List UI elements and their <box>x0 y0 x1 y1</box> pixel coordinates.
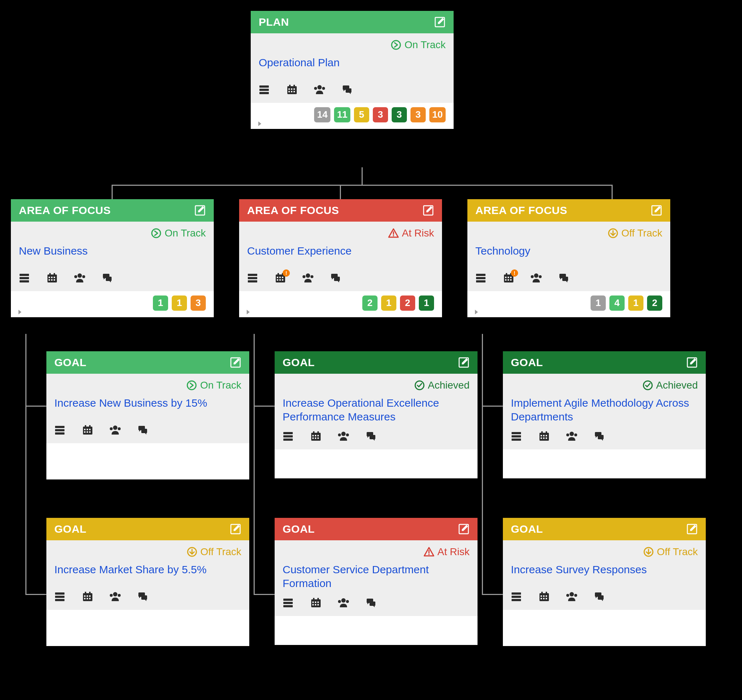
server-icon[interactable] <box>283 431 294 442</box>
goal-card: GOAL Off Track Increase Market Share by … <box>46 518 249 646</box>
card-title-link[interactable]: Customer Service Department Formation <box>283 563 470 590</box>
server-icon[interactable] <box>19 272 31 284</box>
count-badge[interactable]: 11 <box>334 107 350 122</box>
connector-line <box>482 334 483 595</box>
count-badge[interactable]: 1 <box>419 296 434 311</box>
icon-row <box>19 272 206 289</box>
comments-icon[interactable] <box>365 597 377 609</box>
count-badge[interactable]: 2 <box>647 296 662 311</box>
calendar-icon[interactable] <box>46 272 58 284</box>
calendar-icon[interactable] <box>538 591 550 603</box>
comments-icon[interactable] <box>137 424 149 436</box>
card-title-link[interactable]: Operational Plan <box>259 56 446 69</box>
card-title-link[interactable]: Increase Survey Responses <box>511 563 698 576</box>
count-badge[interactable]: 3 <box>411 107 426 122</box>
calendar-icon[interactable] <box>310 431 322 442</box>
count-badge[interactable]: 2 <box>400 296 415 311</box>
calendar-icon[interactable] <box>82 591 93 603</box>
count-badge[interactable]: 2 <box>362 296 377 311</box>
comments-icon[interactable] <box>102 272 113 284</box>
comments-icon[interactable] <box>593 591 605 603</box>
edit-icon[interactable] <box>686 523 698 535</box>
people-icon[interactable] <box>566 591 577 603</box>
connector-line <box>253 334 255 595</box>
expand-caret-icon[interactable] <box>245 309 252 315</box>
plan-card: PLAN On Track Operational Plan 14 11 5 3… <box>251 11 453 129</box>
arrow-right-circle-icon <box>151 228 162 239</box>
status-text: Off Track <box>621 227 662 239</box>
card-type-label: GOAL <box>283 356 315 369</box>
server-icon[interactable] <box>54 424 66 436</box>
comments-icon[interactable] <box>558 272 570 284</box>
icon-row: ! <box>476 272 662 289</box>
status-text: On Track <box>200 379 241 391</box>
calendar-icon[interactable] <box>538 431 550 442</box>
calendar-icon[interactable] <box>82 424 93 436</box>
comments-icon[interactable] <box>365 431 377 442</box>
people-icon[interactable] <box>109 424 121 436</box>
count-badge[interactable]: 1 <box>172 296 187 311</box>
card-title-link[interactable]: Increase Market Share by 5.5% <box>54 563 241 576</box>
connector-line <box>612 185 612 199</box>
expand-caret-icon[interactable] <box>473 309 480 315</box>
comments-icon[interactable] <box>137 591 149 603</box>
comments-icon[interactable] <box>593 431 605 442</box>
server-icon[interactable] <box>511 431 523 442</box>
edit-icon[interactable] <box>686 357 698 368</box>
server-icon[interactable] <box>511 591 523 603</box>
edit-icon[interactable] <box>230 357 241 368</box>
server-icon[interactable] <box>247 272 259 284</box>
card-title-link[interactable]: Implement Agile Methodology Across Depar… <box>511 396 698 424</box>
server-icon[interactable] <box>283 597 294 609</box>
people-icon[interactable] <box>338 597 349 609</box>
card-footer <box>275 449 477 478</box>
card-type-label: GOAL <box>511 356 543 369</box>
count-badge[interactable]: 3 <box>392 107 407 122</box>
calendar-icon[interactable]: ! <box>275 272 286 284</box>
people-icon[interactable] <box>314 84 325 96</box>
connector-line <box>112 185 113 199</box>
edit-icon[interactable] <box>651 204 662 216</box>
calendar-icon[interactable] <box>310 597 322 609</box>
expand-caret-icon[interactable] <box>256 120 263 127</box>
server-icon[interactable] <box>259 84 270 96</box>
card-title-link[interactable]: Increase New Business by 15% <box>54 396 241 410</box>
server-icon[interactable] <box>54 591 66 603</box>
card-title-link[interactable]: New Business <box>19 244 206 258</box>
people-icon[interactable] <box>338 431 349 442</box>
edit-icon[interactable] <box>458 357 470 368</box>
edit-icon[interactable] <box>434 16 446 28</box>
card-title-link[interactable]: Technology <box>476 244 662 258</box>
status-indicator: On Track <box>259 39 446 51</box>
comments-icon[interactable] <box>341 84 353 96</box>
calendar-icon[interactable]: ! <box>503 272 514 284</box>
card-title-link[interactable]: Increase Operational Excellence Performa… <box>283 396 470 424</box>
people-icon[interactable] <box>74 272 85 284</box>
edit-icon[interactable] <box>458 523 470 535</box>
card-body: On Track Increase New Business by 15% <box>46 374 249 443</box>
people-icon[interactable] <box>530 272 542 284</box>
edit-icon[interactable] <box>230 523 241 535</box>
people-icon[interactable] <box>302 272 314 284</box>
count-badge[interactable]: 1 <box>381 296 396 311</box>
people-icon[interactable] <box>566 431 577 442</box>
count-badge[interactable]: 1 <box>590 296 606 311</box>
count-badge[interactable]: 10 <box>429 107 446 122</box>
edit-icon[interactable] <box>423 204 434 216</box>
count-badge[interactable]: 3 <box>191 296 206 311</box>
edit-icon[interactable] <box>194 204 206 216</box>
count-badge[interactable]: 4 <box>610 296 624 311</box>
area-card: AREA OF FOCUS On Track New Business 1 1 … <box>11 199 214 317</box>
connector-line <box>25 334 26 595</box>
count-badge[interactable]: 14 <box>314 107 330 122</box>
calendar-icon[interactable] <box>286 84 298 96</box>
count-badge[interactable]: 3 <box>373 107 388 122</box>
expand-caret-icon[interactable] <box>17 309 23 315</box>
count-badge[interactable]: 1 <box>153 296 168 311</box>
comments-icon[interactable] <box>330 272 341 284</box>
card-title-link[interactable]: Customer Experience <box>247 244 434 258</box>
count-badge[interactable]: 5 <box>354 107 369 122</box>
server-icon[interactable] <box>476 272 487 284</box>
people-icon[interactable] <box>109 591 121 603</box>
count-badge[interactable]: 1 <box>628 296 643 311</box>
